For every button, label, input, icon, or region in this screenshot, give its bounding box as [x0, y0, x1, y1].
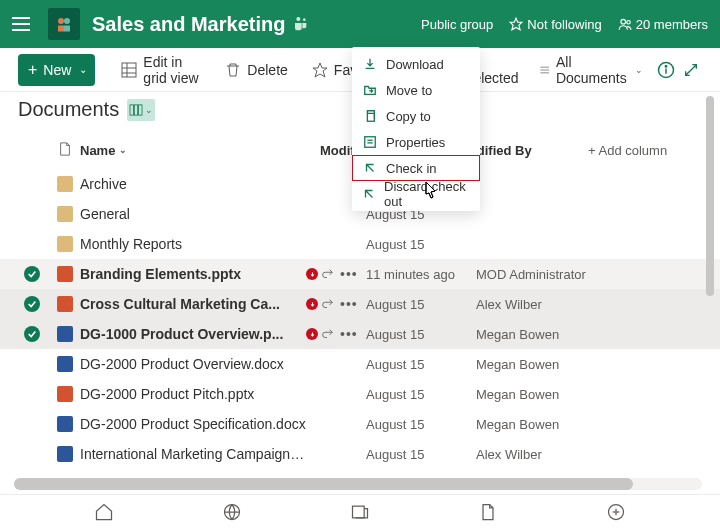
expand-button[interactable] [681, 54, 702, 86]
share-icon[interactable] [320, 297, 334, 311]
row-more-button[interactable]: ••• [340, 326, 358, 342]
modifiedby-cell: Alex Wilber [476, 447, 626, 462]
modified-cell: August 15 [366, 297, 476, 312]
file-name[interactable]: General [80, 206, 306, 222]
share-icon[interactable] [320, 327, 334, 341]
folder-icon [57, 236, 73, 252]
expand-icon [683, 62, 699, 78]
table-row[interactable]: Monthly ReportsAugust 15 [0, 229, 720, 259]
news-icon[interactable] [350, 502, 370, 522]
chevron-down-icon: ⌄ [635, 65, 643, 75]
svg-rect-3 [64, 26, 70, 32]
files-icon[interactable] [478, 502, 498, 522]
chevron-down-icon: ⌄ [79, 64, 87, 75]
checkmark-icon[interactable] [24, 266, 40, 282]
file-name[interactable]: DG-2000 Product Overview.docx [80, 356, 306, 372]
table-row[interactable]: DG-1000 Product Overview.p...•••August 1… [0, 319, 720, 349]
follow-button[interactable]: Not following [509, 17, 601, 32]
chevron-down-icon: ⌄ [145, 105, 153, 115]
svg-rect-28 [353, 506, 365, 518]
file-name[interactable]: DG-1000 Product Overview.p... [80, 326, 306, 342]
home-icon[interactable] [94, 502, 114, 522]
table-row[interactable]: Cross Cultural Marketing Ca...•••August … [0, 289, 720, 319]
word-icon [57, 326, 73, 342]
svg-point-5 [303, 18, 306, 21]
file-name[interactable]: Archive [80, 176, 306, 192]
site-logo[interactable] [48, 8, 80, 40]
share-icon[interactable] [320, 267, 334, 281]
modified-cell: August 15 [366, 237, 476, 252]
properties-icon [362, 134, 378, 150]
ctx-properties[interactable]: Properties [352, 129, 480, 155]
table-row[interactable]: DG-2000 Product Overview.docxAugust 15Me… [0, 349, 720, 379]
file-name[interactable]: International Marketing Campaigns.docx [80, 446, 306, 462]
svg-point-4 [297, 17, 301, 21]
ctx-copyto[interactable]: Copy to [352, 103, 480, 129]
table-row[interactable]: Branding Elements.pptx•••11 minutes agoM… [0, 259, 720, 289]
visibility-label: Public group [421, 17, 493, 32]
plus-icon: + [28, 61, 37, 79]
modified-cell: August 15 [366, 327, 476, 342]
hamburger-icon[interactable] [12, 12, 36, 36]
view-switcher[interactable]: All Documents ⌄ [531, 54, 652, 86]
svg-rect-21 [134, 104, 137, 114]
page-title: Documents [18, 98, 119, 121]
ctx-download[interactable]: Download [352, 51, 480, 77]
ppt-icon [57, 386, 73, 402]
ppt-icon [57, 266, 73, 282]
globe-icon[interactable] [222, 502, 242, 522]
table-row[interactable]: DG-2000 Product Pitch.pptxAugust 15Megan… [0, 379, 720, 409]
svg-rect-24 [365, 137, 376, 148]
svg-rect-9 [122, 63, 136, 77]
row-more-button[interactable]: ••• [340, 296, 358, 312]
horizontal-scrollbar[interactable] [14, 478, 702, 490]
tile-toggle-button[interactable]: ⌄ [127, 99, 155, 121]
ctx-checkin[interactable]: Check in [352, 155, 480, 181]
row-more-button[interactable]: ••• [340, 266, 358, 282]
members-button[interactable]: 20 members [618, 17, 708, 32]
svg-rect-22 [139, 104, 142, 114]
add-column-button[interactable]: + Add column [588, 143, 667, 158]
name-column-header[interactable]: Name⌄ [80, 143, 320, 158]
modifiedby-cell: Megan Bowen [476, 327, 626, 342]
modified-cell: August 15 [366, 357, 476, 372]
members-label: 20 members [636, 17, 708, 32]
vertical-scrollbar[interactable] [706, 96, 714, 416]
folder-move-icon [362, 82, 378, 98]
file-name[interactable]: Branding Elements.pptx [80, 266, 306, 282]
modifiedby-cell: MOD Administrator [476, 267, 626, 282]
checkmark-icon[interactable] [24, 296, 40, 312]
list-icon [539, 63, 550, 77]
table-row[interactable]: DG-2000 Product Specification.docxAugust… [0, 409, 720, 439]
svg-point-8 [627, 21, 631, 25]
new-button[interactable]: + New ⌄ [18, 54, 95, 86]
add-icon[interactable] [606, 502, 626, 522]
ctx-discard[interactable]: Discard check out [352, 181, 480, 207]
file-name[interactable]: DG-2000 Product Specification.docx [80, 416, 306, 432]
svg-rect-20 [130, 104, 133, 114]
ctx-moveto[interactable]: Move to [352, 77, 480, 103]
svg-rect-2 [58, 26, 64, 32]
folder-icon [57, 206, 73, 222]
modifiedby-cell: Alex Wilber [476, 297, 626, 312]
file-name[interactable]: DG-2000 Product Pitch.pptx [80, 386, 306, 402]
type-column-header[interactable] [50, 142, 80, 159]
folder-icon [57, 176, 73, 192]
discard-icon [362, 186, 376, 202]
modified-cell: August 15 [366, 447, 476, 462]
file-name[interactable]: Monthly Reports [80, 236, 306, 252]
new-label: New [43, 62, 71, 78]
modified-cell: 11 minutes ago [366, 267, 476, 282]
checkmark-icon[interactable] [24, 326, 40, 342]
trash-icon [225, 62, 241, 78]
info-button[interactable] [655, 54, 676, 86]
cursor-icon [420, 180, 440, 204]
teams-icon[interactable] [293, 15, 309, 34]
table-row[interactable]: International Marketing Campaigns.docxAu… [0, 439, 720, 469]
svg-marker-13 [313, 63, 327, 77]
file-name[interactable]: Cross Cultural Marketing Ca... [80, 296, 306, 312]
edit-grid-button[interactable]: Edit in grid view [111, 54, 211, 86]
svg-point-0 [58, 18, 64, 24]
delete-button[interactable]: Delete [215, 54, 297, 86]
svg-marker-6 [510, 18, 522, 30]
